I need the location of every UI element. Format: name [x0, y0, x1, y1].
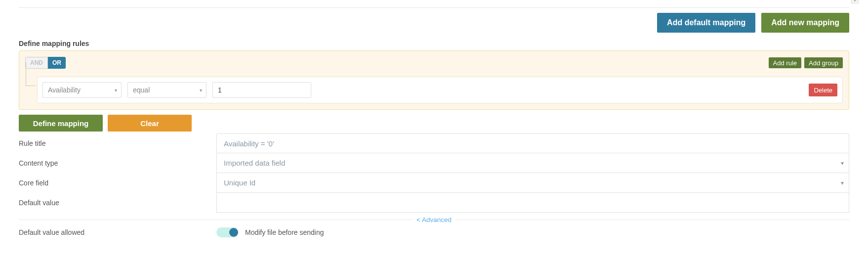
toggle-knob	[229, 228, 238, 237]
core-field-label: Core field	[19, 174, 216, 192]
rule-operator-select[interactable]: equal ▾	[127, 82, 207, 98]
default-value-label: Default value	[19, 194, 216, 212]
rule-field-select-value: Availability	[48, 86, 81, 94]
add-rule-button[interactable]: Add rule	[769, 57, 801, 68]
rule-operator-select-value: equal	[133, 86, 150, 94]
add-new-mapping-button[interactable]: Add new mapping	[761, 13, 849, 33]
advanced-toggle-link[interactable]: < Advanced	[413, 216, 455, 223]
rule-title-label: Rule title	[19, 134, 216, 152]
add-group-button[interactable]: Add group	[804, 57, 843, 68]
define-mapping-button[interactable]: Define mapping	[19, 115, 103, 132]
rule-title-value: Availability = '0'	[224, 139, 274, 148]
rule-field-select[interactable]: Availability ▾	[42, 82, 122, 98]
chevron-down-icon: ▾	[115, 88, 117, 93]
rule-row: Availability ▾ equal ▾ 1 Delete	[37, 77, 843, 103]
modify-file-toggle-label: Modify file before sending	[245, 228, 324, 236]
section-title: Define mapping rules	[0, 40, 868, 47]
modify-file-toggle[interactable]	[216, 227, 238, 237]
content-type-select[interactable]: Imported data field	[216, 153, 849, 173]
tree-connector	[26, 62, 36, 86]
rule-title-input[interactable]: Availability = '0'	[216, 133, 849, 153]
content-type-value: Imported data field	[224, 159, 285, 167]
content-type-label: Content type	[19, 154, 216, 172]
rules-group: AND OR Add rule Add group Availability ▾…	[19, 50, 849, 110]
add-default-mapping-button[interactable]: Add default mapping	[657, 13, 755, 33]
core-field-select[interactable]: Unique Id	[216, 173, 849, 193]
or-option[interactable]: OR	[48, 57, 66, 69]
delete-rule-button[interactable]: Delete	[809, 84, 837, 96]
clear-button[interactable]: Clear	[108, 115, 192, 132]
scroll-down-icon[interactable]: ▾	[851, 0, 859, 4]
chevron-down-icon: ▾	[200, 88, 202, 93]
default-value-input[interactable]	[216, 193, 849, 213]
upper-panel: ▾	[19, 0, 849, 8]
default-value-allowed-label: Default value allowed	[19, 228, 216, 236]
rule-value-input[interactable]: 1	[212, 82, 311, 98]
rule-value-input-value: 1	[218, 86, 222, 94]
core-field-value: Unique Id	[224, 178, 255, 187]
